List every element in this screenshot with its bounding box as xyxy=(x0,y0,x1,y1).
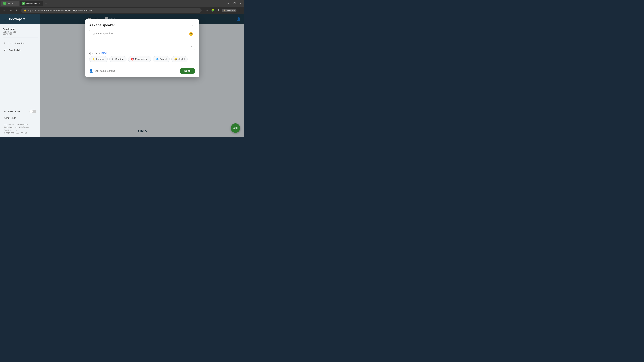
incognito-icon: 🕵 xyxy=(224,9,226,11)
shorten-label: Shorten xyxy=(116,58,124,60)
casual-button[interactable]: 🧢 Casual xyxy=(152,56,170,62)
question-ai-section: Question AI BETA ⭐ Improve ✂ Shorten xyxy=(89,52,195,62)
forward-button[interactable]: → xyxy=(8,8,13,13)
window-controls: ─ ❐ × xyxy=(226,1,243,6)
shorten-button[interactable]: ✂ Shorten xyxy=(109,56,126,62)
sidebar-event-info: Developers Oct 10–13, 2024 #1480 327 xyxy=(3,26,38,38)
modal-title: Ask the speaker xyxy=(89,23,115,27)
casual-label: Casual xyxy=(160,58,167,60)
refresh-button[interactable]: ↻ xyxy=(15,8,20,13)
tab-slidos-close[interactable]: × xyxy=(14,2,17,5)
professional-label: Professional xyxy=(135,58,148,60)
sidebar-item-switch-slido[interactable]: ⇄ Switch slido xyxy=(3,47,38,54)
dark-mode-row: ⚙ Dark mode xyxy=(3,108,38,115)
sidebar: Developers Oct 10–13, 2024 #1480 327 ↻ L… xyxy=(0,14,40,137)
sidebar-footer: Login as host · Present mode Acceptable … xyxy=(3,121,38,137)
close-window-button[interactable]: × xyxy=(238,1,243,6)
restore-button[interactable]: ❐ xyxy=(232,1,237,6)
professional-button[interactable]: 🎯 Professional xyxy=(128,56,151,62)
minimize-button[interactable]: ─ xyxy=(226,1,231,6)
emoji-button[interactable]: 😊 xyxy=(189,32,193,36)
browser-chrome: S Slidos × S Developers × + ─ ❐ × ← → ↻ … xyxy=(0,0,244,14)
tab-developers-icon: S xyxy=(22,2,25,5)
bookmark-button[interactable]: ☆ xyxy=(204,8,209,13)
modal-header: Ask the speaker × xyxy=(85,19,199,30)
question-ai-label: Question AI BETA xyxy=(89,52,195,54)
dark-mode-text: Dark mode xyxy=(8,110,20,113)
url-text: app.sli.do/event/dCnjRveGaeVb49ut2zGgst/… xyxy=(28,9,93,12)
modal-overlay: Ask the speaker × 😊 160 Question AI xyxy=(40,14,244,137)
question-input-area: 😊 160 xyxy=(89,30,195,50)
ask-fab-button[interactable]: Ask xyxy=(231,123,240,133)
name-icon: 👤 xyxy=(89,69,93,73)
download-button[interactable]: ⬇ xyxy=(216,8,221,13)
nav-menu-icon[interactable]: ☰ xyxy=(3,17,6,21)
footer-line4: © 2012–2024 slido · 58.18.1 xyxy=(4,132,36,135)
sidebar-item-live-interaction[interactable]: ↻ Live interaction xyxy=(3,40,38,47)
sidebar-event-id: #1480 327 xyxy=(3,33,38,35)
shorten-icon: ✂ xyxy=(112,58,114,61)
joyful-label: Joyful xyxy=(178,58,185,60)
dark-mode-toggle[interactable] xyxy=(30,110,36,113)
joyful-icon: 😄 xyxy=(174,58,178,61)
url-bar[interactable]: 🔒 app.sli.do/event/dCnjRveGaeVb49ut2zGgs… xyxy=(21,8,202,13)
footer-line3: Cookie Settings xyxy=(4,129,36,132)
title-bar: S Slidos × S Developers × + ─ ❐ × xyxy=(0,0,244,7)
ask-speaker-modal: Ask the speaker × 😊 160 Question AI xyxy=(85,19,199,77)
browser-actions: ☆ 🧩 ⬇ 🕵 Incognito ⋮ xyxy=(204,8,242,13)
joyful-button[interactable]: 😄 Joyful xyxy=(172,56,188,62)
beta-badge: BETA xyxy=(101,52,107,54)
send-button[interactable]: Send xyxy=(180,68,195,74)
menu-button[interactable]: ⋮ xyxy=(238,8,242,13)
main-content: Ask the speaker × 😊 160 Question AI xyxy=(40,14,244,137)
modal-footer: 👤 Send xyxy=(85,65,199,77)
sidebar-event-date: Oct 10–13, 2024 xyxy=(3,31,38,33)
modal-close-button[interactable]: × xyxy=(190,22,195,28)
nav-brand: Developers xyxy=(9,17,25,21)
question-ai-text: Question AI xyxy=(89,52,100,54)
toggle-knob xyxy=(30,110,33,113)
improve-label: Improve xyxy=(96,58,105,60)
tab-developers-close[interactable]: × xyxy=(38,2,41,5)
tab-slidos[interactable]: S Slidos × xyxy=(1,1,19,6)
dark-mode-icon: ⚙ xyxy=(4,110,6,113)
question-textarea[interactable] xyxy=(92,32,193,45)
address-bar: ← → ↻ 🔒 app.sli.do/event/dCnjRveGaeVb49u… xyxy=(0,7,244,14)
incognito-label: Incognito xyxy=(226,9,235,11)
char-count: 160 xyxy=(189,45,193,48)
new-tab-button[interactable]: + xyxy=(44,1,48,6)
improve-icon: ⭐ xyxy=(92,58,95,61)
modal-body: 😊 160 Question AI BETA ⭐ Improve xyxy=(85,30,199,62)
footer-line1: Login as host · Present mode xyxy=(4,123,36,126)
live-interaction-icon: ↻ xyxy=(4,41,6,45)
incognito-badge[interactable]: 🕵 Incognito xyxy=(222,9,236,12)
name-input[interactable] xyxy=(94,69,178,72)
casual-icon: 🧢 xyxy=(156,58,159,61)
back-button[interactable]: ← xyxy=(2,8,7,13)
dark-mode-label: ⚙ Dark mode xyxy=(4,110,20,113)
sidebar-event-name: Developers xyxy=(3,28,38,30)
lock-icon: 🔒 xyxy=(24,9,26,11)
improve-button[interactable]: ⭐ Improve xyxy=(89,56,108,62)
sidebar-item-live-label: Live interaction xyxy=(8,42,24,44)
tab-slidos-icon: S xyxy=(3,2,6,5)
sidebar-item-switch-label: Switch slido xyxy=(8,49,21,52)
extensions-button[interactable]: 🧩 xyxy=(210,8,215,13)
ai-buttons: ⭐ Improve ✂ Shorten 🎯 Professional xyxy=(89,56,195,62)
footer-line2: Acceptable Use · Slido Privacy xyxy=(4,126,36,129)
professional-icon: 🎯 xyxy=(131,58,134,61)
switch-slido-icon: ⇄ xyxy=(4,48,6,52)
app-container: ☰ Developers 💬 Q&A 📊 Polls 👤 Developers … xyxy=(0,14,244,137)
tab-slidos-label: Slidos xyxy=(8,2,13,5)
tab-developers[interactable]: S Developers × xyxy=(20,1,43,6)
sidebar-about[interactable]: About Slido xyxy=(3,115,38,121)
tab-developers-label: Developers xyxy=(26,2,37,5)
name-input-wrapper: 👤 xyxy=(89,69,178,73)
